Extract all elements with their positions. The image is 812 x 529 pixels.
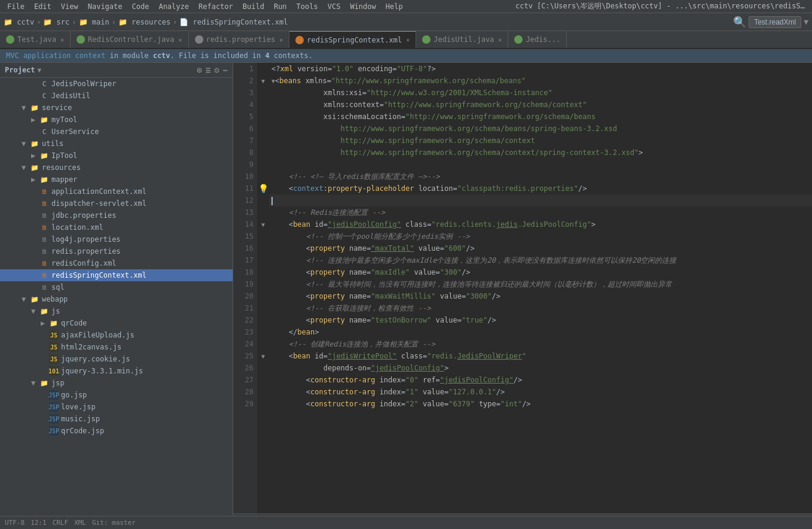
info-link[interactable]: MVC application context [6,51,105,60]
menu-code[interactable]: Code [127,2,154,11]
breadcrumb-resources[interactable]: 📁 resources [118,18,170,26]
list-item[interactable]: C JedisPoolWriper [0,78,233,90]
list-item[interactable]: C JedisUtil [0,90,233,102]
tab-redis-spring-context[interactable]: redisSpringContext.xml ✕ [289,31,416,48]
list-item[interactable]: JS html2canvas.js [0,341,233,353]
list-item-active[interactable]: 🗎 redisSpringContext.xml [0,269,233,281]
breadcrumb-main[interactable]: 📁 main [79,18,109,26]
code-line-26: depends-on="jedisPoolConfig"> [269,362,812,374]
xml-icon: 🗎 [39,223,49,232]
xml-icon: 🗎 [39,199,49,208]
list-item[interactable]: JSP love.jsp [0,401,233,413]
tree-label: jdbc.properties [51,211,233,220]
sidebar-item-resources[interactable]: ▼ 📁 resources [0,162,233,174]
list-item[interactable]: 🗎 dispatcher-servlet.xml [0,197,233,209]
gutter-fold[interactable]: ▼ [261,218,265,230]
list-item[interactable]: JSP go.jsp [0,389,233,401]
tab-redis-controller[interactable]: RedisController.java ✕ [71,31,189,48]
breadcrumb-src[interactable]: 📁 src [43,18,69,26]
menu-run[interactable]: Run [269,2,292,11]
sidebar-item-webapp[interactable]: ▼ 📁 webapp [0,293,233,305]
list-item[interactable]: 🗎 jdbc.properties [0,209,233,221]
tab-test-java[interactable]: Test.java ✕ [0,31,71,48]
sidebar-item-mapper[interactable]: ▶ 📁 mapper [0,174,233,186]
sidebar-item-mytool[interactable]: ▶ 📁 myTool [0,114,233,126]
gutter-fold[interactable]: ▼ [261,75,265,87]
sidebar-item-iptool[interactable]: ▶ 📁 IpTool [0,150,233,162]
list-item[interactable]: JSP qrCode.jsp [0,425,233,437]
code-line-9 [269,159,812,171]
list-item[interactable]: 🗎 location.xml [0,221,233,233]
list-item[interactable]: 101 jquery-3.3.1.min.js [0,365,233,377]
menu-view[interactable]: View [56,2,83,11]
status-bar: UTF-8 12:1 CRLF XML Git: master [0,516,812,526]
editor: 1 2 3 4 5 6 7 8 9 10 11 12 13 14 15 16 1… [233,63,812,526]
list-item[interactable]: C UserService [0,126,233,138]
breadcrumb-file[interactable]: 📄 redisSpringContext.xml [179,18,288,26]
list-item[interactable]: 🗎 applicationContext.xml [0,186,233,197]
tab-close-jedis-util[interactable]: ✕ [498,37,502,43]
editor-content[interactable]: 1 2 3 4 5 6 7 8 9 10 11 12 13 14 15 16 1… [233,63,812,513]
list-item[interactable]: JSP music.jsp [0,413,233,425]
tab-close-redis-properties[interactable]: ✕ [279,37,283,43]
sidebar-item-utils[interactable]: ▼ 📁 utils [0,138,233,150]
menu-help[interactable]: Help [381,2,408,11]
sidebar-item-service[interactable]: ▼ 📁 service [0,102,233,114]
menu-build[interactable]: Build [238,2,269,11]
sidebar-item-jsp[interactable]: ▼ 📁 jsp [0,377,233,389]
sidebar-item-qrcode[interactable]: ▶ 📁 qrCode [0,317,233,329]
gutter-bulb[interactable]: 💡 [258,183,268,194]
sidebar-dropdown-icon[interactable]: ▼ [38,66,42,74]
menu-file[interactable]: File [2,2,29,11]
menu-window[interactable]: Window [345,2,380,11]
list-item[interactable]: 🗎 sql [0,281,233,293]
tab-close-test-java[interactable]: ✕ [60,37,64,43]
menu-edit[interactable]: Edit [29,2,56,11]
code-line-3: xmlns:xsi="http://www.w3.org/2001/XMLSch… [269,87,812,99]
breadcrumb-cctv[interactable]: 📁 cctv [4,18,34,26]
status-crlf: CRLF [53,519,69,526]
sidebar-item-js[interactable]: ▼ 📁 js [0,305,233,317]
menu-analyze[interactable]: Analyze [154,2,194,11]
line-num: 28 [233,386,254,398]
tab-close-redis-spring-context[interactable]: ✕ [406,37,410,43]
tab-label-jedis-util: JedisUtil.java [434,35,494,44]
test-readxml-button[interactable]: Test.readXml [749,16,801,28]
code-line-8: http://www.springframework.org/schema/co… [269,147,812,159]
tree-label: jquery-3.3.1.min.js [61,367,233,375]
list-item[interactable]: JS jquery.cookie.js [0,353,233,365]
list-item[interactable]: 🗎 redisConfig.xml [0,257,233,269]
status-git: Git: master [92,519,136,526]
menu-vcs[interactable]: VCS [323,2,346,11]
menu-navigate[interactable]: Navigate [83,2,127,11]
list-item[interactable]: 🗎 log4j.properties [0,233,233,245]
tree-label: UserService [51,127,233,136]
sidebar-collapse-icon[interactable]: ≡ [206,65,210,75]
folder-icon: 📁 [39,378,49,388]
tab-jedis-util[interactable]: JedisUtil.java ✕ [416,31,508,48]
sidebar-locate-icon[interactable]: ⊙ [197,65,202,75]
code-line-6: http://www.springframework.org/schema/be… [269,123,812,135]
breadcrumb: 📁 cctv › 📁 src › 📁 main › 📁 resources › … [4,18,288,26]
gutter-fold[interactable]: ▼ [261,350,265,362]
list-item[interactable]: 🗎 redis.properties [0,245,233,257]
code-area[interactable]: <?xml version="1.0" encoding="UTF-8"?> ▼… [269,63,812,513]
tab-jedis-more[interactable]: Jedis... [508,31,567,48]
tab-close-redis-controller[interactable]: ✕ [179,37,182,43]
code-line-18: <property name="maxIdle" value="300"/> [269,266,812,278]
menu-tools[interactable]: Tools [292,2,323,11]
code-line-16: <property name="maxTotal" value="600"/> [269,242,812,254]
tree-label: html2canvas.js [61,343,233,351]
line-num: 29 [233,398,254,410]
line-num: 16 [233,242,254,254]
folder-icon: 📁 [49,318,59,328]
dropdown-arrow-icon[interactable]: ▼ [804,17,808,26]
line-num: 17 [233,254,254,266]
xml-icon: 🗎 [39,259,49,268]
sidebar-minimize-icon[interactable]: − [223,65,228,75]
sidebar-settings-icon[interactable]: ⚙ [214,65,219,75]
list-item[interactable]: JS ajaxFileUpload.js [0,329,233,341]
code-line-11: <context:property-placeholder location="… [269,183,812,194]
menu-refactor[interactable]: Refactor [194,2,238,11]
tab-redis-properties[interactable]: redis.properties ✕ [189,31,290,48]
